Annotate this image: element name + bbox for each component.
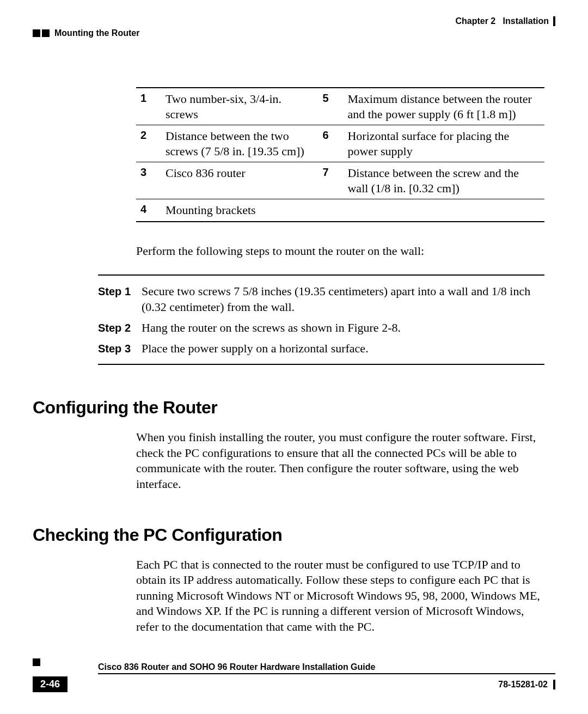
intro-text: Perform the following steps to mount the… <box>136 244 544 258</box>
table-row: 3 Cisco 836 router 7 Distance between th… <box>136 162 544 199</box>
section-title: Mounting the Router <box>54 28 139 38</box>
footer-row: 2-46 78-15281-02 <box>33 676 555 692</box>
step-text: Place the power supply on a horizontal s… <box>142 340 544 357</box>
page-number-badge: 2-46 <box>33 676 68 692</box>
heading-checking: Checking the PC Configuration <box>33 525 555 545</box>
cell-num: 5 <box>318 88 343 125</box>
step-row: Step 3 Place the power supply on a horiz… <box>98 340 544 357</box>
cell-text <box>343 199 544 222</box>
chapter-title: Installation <box>503 16 549 26</box>
heading-configuring: Configuring the Router <box>33 398 555 418</box>
step-row: Step 2 Hang the router on the screws as … <box>98 320 544 336</box>
step-label: Step 2 <box>98 320 142 336</box>
cell-num: 1 <box>136 88 161 125</box>
para-configuring: When you finish installing the router, y… <box>136 430 544 492</box>
cell-num <box>318 199 343 222</box>
cell-text: Distance between the screw and the wall … <box>343 162 544 199</box>
cell-text: Cisco 836 router <box>161 162 318 199</box>
step-text: Secure two screws 7 5/8 inches (19.35 ce… <box>142 283 544 315</box>
step-row: Step 1 Secure two screws 7 5/8 inches (1… <box>98 283 544 315</box>
step-label: Step 1 <box>98 283 142 315</box>
step-label: Step 3 <box>98 340 142 357</box>
cell-text: Distance between the two screws (7 5/8 i… <box>161 125 318 162</box>
doc-number: 78-15281-02 <box>498 680 555 689</box>
cell-text: Mounting brackets <box>161 199 318 222</box>
header-square-icon <box>42 29 50 37</box>
table-row: 1 Two number-six, 3/4-in. screws 5 Maxim… <box>136 88 544 125</box>
cell-text: Maximum distance between the router and … <box>343 88 544 125</box>
cell-num: 6 <box>318 125 343 162</box>
header-chapter: Chapter 2 Installation <box>455 16 555 26</box>
cell-text: Horizontal surface for placing the power… <box>343 125 544 162</box>
doc-number-text: 78-15281-02 <box>498 680 548 689</box>
header-section: Mounting the Router <box>33 28 555 38</box>
page: Chapter 2 Installation Mounting the Rout… <box>0 0 588 714</box>
table-row: 2 Distance between the two screws (7 5/8… <box>136 125 544 162</box>
step-text: Hang the router on the screws as shown i… <box>142 320 544 336</box>
page-header: Chapter 2 Installation <box>33 16 555 26</box>
cell-num: 7 <box>318 162 343 199</box>
page-footer: Cisco 836 Router and SOHO 96 Router Hard… <box>33 662 555 692</box>
cell-num: 4 <box>136 199 161 222</box>
footer-bar-icon <box>553 680 555 689</box>
cell-num: 2 <box>136 125 161 162</box>
table-row: 4 Mounting brackets <box>136 199 544 222</box>
cell-text: Two number-six, 3/4-in. screws <box>161 88 318 125</box>
header-bar-icon <box>553 16 555 26</box>
cell-num: 3 <box>136 162 161 199</box>
header-square-icon <box>33 29 40 37</box>
steps-block: Step 1 Secure two screws 7 5/8 inches (1… <box>98 274 544 365</box>
main-content: 1 Two number-six, 3/4-in. screws 5 Maxim… <box>136 87 544 365</box>
footer-guide-title: Cisco 836 Router and SOHO 96 Router Hard… <box>98 662 555 674</box>
para-checking: Each PC that is connected to the router … <box>136 557 544 635</box>
chapter-label: Chapter 2 <box>455 16 495 26</box>
callout-table: 1 Two number-six, 3/4-in. screws 5 Maxim… <box>136 87 544 222</box>
